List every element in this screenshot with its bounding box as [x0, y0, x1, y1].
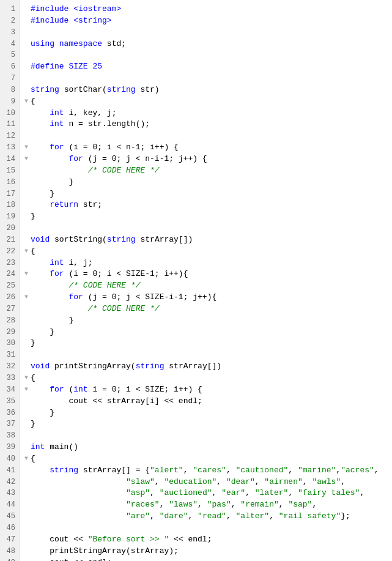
- line-number: 37: [2, 418, 15, 430]
- code-content: {: [31, 96, 392, 108]
- code-line: int i, key, j;: [22, 108, 392, 119]
- code-line: [22, 430, 392, 442]
- code-content: for (i = 0; i < SIZE-1; i++){: [31, 269, 392, 280]
- code-content: int n = str.length();: [31, 119, 392, 130]
- code-line: string strArray[] = {"alert", "cares", "…: [22, 465, 392, 477]
- code-line: }: [22, 407, 392, 419]
- code-content: {: [31, 373, 392, 384]
- line-number: 26: [2, 292, 15, 303]
- line-number: 27: [2, 303, 15, 315]
- code-content: }: [31, 315, 392, 327]
- code-line: int n = str.length();: [22, 119, 392, 130]
- code-line: "are", "dare", "read", "alter", "rail sa…: [22, 511, 392, 522]
- code-line: [22, 522, 392, 534]
- code-line: printStringArray(strArray);: [22, 546, 392, 557]
- line-number: 16: [2, 177, 15, 188]
- code-content: int i, key, j;: [31, 108, 392, 119]
- code-line: }: [22, 211, 392, 223]
- code-content: for (i = 0; i < n-1; i++) {: [31, 142, 392, 154]
- code-content: cout << endl;: [31, 557, 392, 562]
- code-line: cout << strArray[i] << endl;: [22, 396, 392, 407]
- line-number: 38: [2, 430, 15, 442]
- line-number: 24: [2, 269, 15, 280]
- code-line: using namespace std;: [22, 39, 392, 50]
- code-line: "asp", "auctioned", "ear", "later", "fai…: [22, 488, 392, 499]
- code-line: }: [22, 188, 392, 200]
- code-line: }: [22, 418, 392, 430]
- code-content: int main(): [31, 442, 392, 453]
- line-number: 5: [2, 50, 15, 61]
- code-content: /* CODE HERE */: [31, 303, 392, 315]
- code-content: }: [31, 418, 392, 430]
- code-line: return str;: [22, 199, 392, 211]
- line-number: 7: [2, 73, 15, 84]
- code-content: #include <iostream>: [31, 4, 392, 15]
- line-number: 21: [2, 234, 15, 246]
- code-content: #include <string>: [31, 15, 392, 27]
- code-area[interactable]: #include <iostream>#include <string>usin…: [20, 0, 392, 561]
- fold-gutter[interactable]: ▼: [22, 453, 31, 465]
- code-content: "slaw", "education", "dear", "airmen", "…: [31, 477, 392, 488]
- line-number: 12: [2, 130, 15, 142]
- line-number: 3: [2, 27, 15, 39]
- code-line: #include <string>: [22, 15, 392, 27]
- fold-gutter[interactable]: ▼: [22, 373, 31, 384]
- code-line: void sortString(string strArray[]): [22, 234, 392, 246]
- line-number: 44: [2, 499, 15, 511]
- code-line: int main(): [22, 442, 392, 453]
- line-number: 6: [2, 61, 15, 73]
- code-line: }: [22, 338, 392, 349]
- fold-gutter[interactable]: ▼: [22, 269, 31, 280]
- line-number: 36: [2, 407, 15, 419]
- code-line: ▼ for (i = 0; i < SIZE-1; i++){: [22, 269, 392, 280]
- code-line: ▼{: [22, 453, 392, 465]
- code-line: ▼{: [22, 246, 392, 258]
- fold-gutter[interactable]: ▼: [22, 154, 31, 165]
- code-content: }: [31, 327, 392, 338]
- line-number: 33: [2, 373, 15, 384]
- line-number: 31: [2, 349, 15, 361]
- line-number: 43: [2, 488, 15, 499]
- code-line: /* CODE HERE */: [22, 303, 392, 315]
- fold-gutter[interactable]: ▼: [22, 292, 31, 303]
- line-number: 14: [2, 154, 15, 165]
- line-number: 29: [2, 327, 15, 338]
- line-number: 25: [2, 280, 15, 292]
- code-line: "slaw", "education", "dear", "airmen", "…: [22, 477, 392, 488]
- code-line: /* CODE HERE */: [22, 280, 392, 292]
- line-number: 42: [2, 477, 15, 488]
- line-number: 22: [2, 246, 15, 258]
- fold-gutter[interactable]: ▼: [22, 246, 31, 258]
- line-number: 23: [2, 258, 15, 269]
- code-line: [22, 50, 392, 61]
- code-content: }: [31, 188, 392, 200]
- fold-gutter[interactable]: ▼: [22, 96, 31, 108]
- fold-gutter[interactable]: ▼: [22, 384, 31, 396]
- code-content: for (j = 0; j < n-i-1; j++) {: [31, 154, 392, 165]
- code-line: string sortChar(string str): [22, 84, 392, 96]
- code-line: [22, 73, 392, 84]
- code-content: void sortString(string strArray[]): [31, 234, 392, 246]
- code-content: cout << strArray[i] << endl;: [31, 396, 392, 407]
- code-content: string sortChar(string str): [31, 84, 392, 96]
- code-line: #define SIZE 25: [22, 61, 392, 73]
- line-number: 49: [2, 557, 15, 562]
- code-content: {: [31, 453, 392, 465]
- code-content: return str;: [31, 199, 392, 211]
- fold-gutter[interactable]: ▼: [22, 142, 31, 154]
- code-content: "are", "dare", "read", "alter", "rail sa…: [31, 511, 392, 522]
- line-number: 2: [2, 15, 15, 27]
- line-number: 13: [2, 142, 15, 154]
- code-line: cout << endl;: [22, 557, 392, 562]
- code-content: }: [31, 211, 392, 223]
- code-content: {: [31, 246, 392, 258]
- line-number: 32: [2, 361, 15, 373]
- code-line: [22, 130, 392, 142]
- line-number: 19: [2, 211, 15, 223]
- line-number: 46: [2, 522, 15, 534]
- code-content: int i, j;: [31, 258, 392, 269]
- code-line: cout << "Before sort >> " << endl;: [22, 534, 392, 546]
- line-number: 41: [2, 465, 15, 477]
- line-number-gutter: 1234567891011121314151617181920212223242…: [0, 0, 20, 561]
- line-number: 48: [2, 546, 15, 557]
